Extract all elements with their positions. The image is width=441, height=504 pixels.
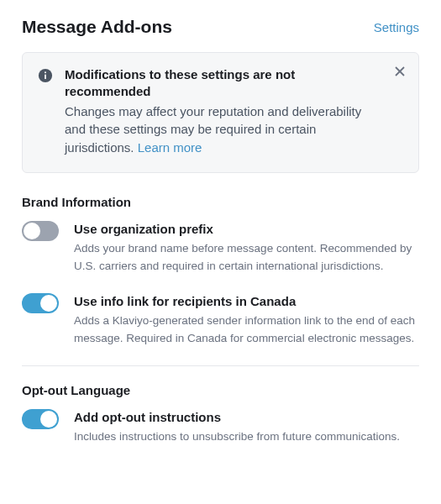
section-divider bbox=[22, 365, 419, 366]
setting-description: Adds your brand name before message cont… bbox=[74, 240, 419, 275]
setting-description: Adds a Klaviyo-generated sender informat… bbox=[74, 312, 419, 347]
close-icon[interactable] bbox=[393, 65, 407, 78]
alert-body: Modifications to these settings are not … bbox=[65, 66, 403, 157]
brand-information-section: Brand Information Use organization prefi… bbox=[22, 195, 419, 365]
setting-title: Use organization prefix bbox=[74, 221, 419, 238]
toggle-optout-instructions[interactable] bbox=[22, 409, 59, 429]
setting-body: Use info link for recipients in Canada A… bbox=[74, 293, 419, 347]
page-title: Message Add-ons bbox=[22, 17, 172, 37]
learn-more-link[interactable]: Learn more bbox=[138, 140, 202, 155]
svg-point-2 bbox=[45, 71, 46, 73]
section-title-optout: Opt-out Language bbox=[22, 383, 419, 397]
setting-body: Use organization prefix Adds your brand … bbox=[74, 221, 419, 275]
optout-language-section: Opt-out Language Add opt-out instruction… bbox=[22, 383, 419, 465]
setting-row-org-prefix: Use organization prefix Adds your brand … bbox=[22, 221, 419, 293]
section-title-brand: Brand Information bbox=[22, 195, 419, 209]
warning-alert: Modifications to these settings are not … bbox=[22, 52, 419, 173]
alert-description-text: Changes may affect your reputation and d… bbox=[65, 104, 361, 155]
toggle-info-link-canada[interactable] bbox=[22, 293, 59, 313]
settings-link[interactable]: Settings bbox=[374, 20, 419, 34]
header: Message Add-ons Settings bbox=[22, 17, 419, 37]
toggle-org-prefix[interactable] bbox=[22, 221, 59, 241]
setting-title: Use info link for recipients in Canada bbox=[74, 293, 419, 310]
setting-row-info-link-canada: Use info link for recipients in Canada A… bbox=[22, 293, 419, 365]
setting-title: Add opt-out instructions bbox=[74, 409, 419, 426]
alert-description: Changes may affect your reputation and d… bbox=[65, 102, 381, 157]
alert-title: Modifications to these settings are not … bbox=[65, 66, 381, 101]
svg-rect-1 bbox=[45, 75, 46, 79]
info-icon bbox=[38, 68, 53, 83]
setting-row-optout-instructions: Add opt-out instructions Includes instru… bbox=[22, 409, 419, 465]
setting-body: Add opt-out instructions Includes instru… bbox=[74, 409, 419, 446]
setting-description: Includes instructions to unsubscribe fro… bbox=[74, 428, 419, 445]
